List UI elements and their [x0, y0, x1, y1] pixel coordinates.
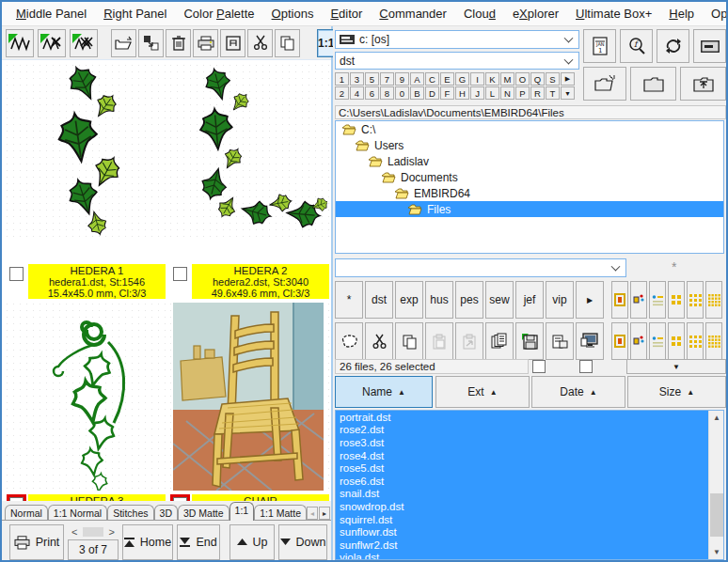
print-button-toolbar[interactable] — [193, 29, 218, 57]
design-checkbox-hedera1[interactable] — [9, 267, 24, 281]
menu-explorer[interactable]: eXplorer — [504, 3, 567, 24]
file-row-snowdrop[interactable]: snowdrop.dst — [336, 500, 708, 513]
tab-1-1-matte[interactable]: 1:1 Matte — [254, 505, 307, 521]
send-to-machine-button[interactable] — [576, 322, 604, 360]
tree-item-users[interactable]: Users — [336, 137, 723, 153]
tab-scroll-left-button[interactable]: ◂ — [307, 507, 318, 520]
view-size-9-button[interactable] — [687, 281, 704, 319]
list-options-dropdown[interactable]: ▼ — [626, 359, 726, 374]
file-row-rose3[interactable]: rose3.dst — [336, 436, 708, 449]
key-c[interactable]: C — [425, 72, 439, 86]
cut-files-button[interactable] — [365, 322, 393, 360]
menu-optional-plugins[interactable]: Optional Plug-ins — [703, 3, 728, 24]
file-row-squirrel[interactable]: squirrel.dst — [336, 513, 708, 526]
convert-files-button[interactable] — [138, 29, 164, 57]
home-button[interactable]: Home — [122, 524, 173, 560]
tree-item-c-drive[interactable]: C:\ — [336, 121, 723, 137]
design-checkbox-hedera2[interactable] — [173, 267, 187, 281]
key-k[interactable]: K — [485, 72, 499, 86]
key-4[interactable]: 4 — [350, 86, 364, 100]
up-button[interactable]: Up — [229, 524, 275, 560]
print-button[interactable]: Print — [9, 524, 64, 560]
format-more-button[interactable]: ▶ — [576, 281, 604, 319]
format-jef-button[interactable]: jef — [515, 281, 544, 319]
save-button[interactable] — [515, 322, 544, 360]
key-f[interactable]: F — [440, 86, 454, 100]
file-row-snail[interactable]: snail.dst — [336, 488, 708, 501]
key-n[interactable]: N — [500, 86, 514, 100]
tab-1-1[interactable]: 1:1 — [229, 502, 255, 521]
file-row-rose2[interactable]: rose2.dst — [336, 424, 708, 437]
file-row-sunflwr2[interactable]: sunflwr2.dst — [336, 539, 708, 552]
key-r[interactable]: R — [530, 86, 545, 100]
tree-item-ladislav[interactable]: Ladislav — [336, 153, 723, 169]
design-thumbnail-hedera3[interactable] — [4, 301, 166, 492]
design-thumbnail-chair[interactable] — [167, 301, 329, 492]
key-more-down[interactable]: ▼ — [561, 86, 575, 100]
pager-slider[interactable] — [83, 527, 103, 537]
key-7[interactable]: 7 — [380, 72, 394, 86]
format-hus-button[interactable]: hus — [425, 281, 453, 319]
thumb-size-4-button[interactable] — [668, 322, 685, 360]
tab-normal[interactable]: Normal — [5, 505, 48, 521]
menu-ultimate-box[interactable]: Ultimate Box+ — [567, 3, 660, 24]
key-m[interactable]: M — [500, 72, 514, 86]
key-a[interactable]: A — [410, 72, 424, 86]
key-b[interactable]: B — [410, 86, 424, 100]
view-size-4-button[interactable] — [668, 281, 685, 319]
scroll-up-arrow[interactable]: ▲ — [709, 411, 724, 425]
view-list-button[interactable] — [649, 281, 666, 319]
down-button[interactable]: Down — [278, 524, 327, 560]
file-row-portrait[interactable]: portrait.dst — [336, 411, 708, 424]
format-all-button[interactable]: * — [335, 281, 363, 319]
paste-shortcut-button[interactable] — [455, 322, 483, 360]
key-3[interactable]: 3 — [350, 72, 364, 86]
menu-editor[interactable]: Editor — [322, 3, 371, 24]
paste-files-button[interactable] — [425, 322, 453, 360]
key-6[interactable]: 6 — [365, 86, 379, 100]
hide-all-stitches-button[interactable] — [70, 29, 98, 57]
key-i[interactable]: I — [470, 72, 484, 86]
format-sew-button[interactable]: sew — [485, 281, 514, 319]
parent-folder-button[interactable] — [680, 67, 726, 101]
save-as-button[interactable] — [546, 322, 574, 360]
key-g[interactable]: G — [455, 72, 469, 86]
new-folder-button[interactable] — [583, 67, 626, 101]
panel-layout-button[interactable] — [693, 29, 726, 63]
tab-3d[interactable]: 3D — [154, 505, 178, 521]
menu-commander[interactable]: Commander — [371, 3, 455, 24]
key-more-right[interactable]: ▶ — [561, 72, 575, 86]
copy-files-button[interactable] — [395, 322, 423, 360]
menu-help[interactable]: Help — [660, 3, 703, 24]
format-vip-button[interactable]: vip — [546, 281, 574, 319]
design-info-hedera1[interactable]: HEDERA 1 hedera1.dst, St:1546 15.4x45.0 … — [28, 264, 166, 299]
hide-short-stitches-button[interactable] — [38, 29, 66, 57]
end-button[interactable]: End — [177, 524, 220, 560]
tab-scroll-right-button[interactable]: ▸ — [319, 507, 330, 520]
format-exp-button[interactable]: exp — [395, 281, 423, 319]
thumb-size-9-button[interactable] — [687, 322, 704, 360]
view-size-1-button[interactable] — [611, 281, 628, 319]
thumb-list-button[interactable] — [649, 322, 666, 360]
file-mask-combo[interactable] — [335, 258, 626, 277]
view-size-16-button[interactable] — [705, 281, 722, 319]
select-option-checkbox-1[interactable] — [532, 360, 546, 373]
menu-right-panel[interactable]: Right Panel — [95, 3, 175, 24]
delete-button[interactable] — [166, 29, 191, 57]
thumb-size-2-button[interactable] — [630, 322, 647, 360]
scroll-down-arrow[interactable]: ▼ — [709, 545, 724, 559]
refresh-button[interactable] — [657, 29, 689, 63]
key-t[interactable]: T — [546, 86, 560, 100]
file-row-viola[interactable]: viola.dst — [336, 552, 708, 560]
tab-stitches[interactable]: Stitches — [107, 505, 153, 521]
search-button[interactable]: f — [620, 29, 653, 63]
sort-by-date-header[interactable]: Date▲ — [531, 376, 625, 408]
key-d[interactable]: D — [425, 86, 439, 100]
sort-by-ext-header[interactable]: Ext▲ — [435, 376, 530, 408]
folder-button[interactable] — [630, 67, 676, 101]
key-h[interactable]: H — [455, 86, 469, 100]
format-dst-button[interactable]: dst — [365, 281, 393, 319]
key-l[interactable]: L — [485, 86, 499, 100]
tab-3d-matte[interactable]: 3D Matte — [178, 505, 229, 521]
file-row-rose4[interactable]: rose4.dst — [336, 449, 708, 462]
